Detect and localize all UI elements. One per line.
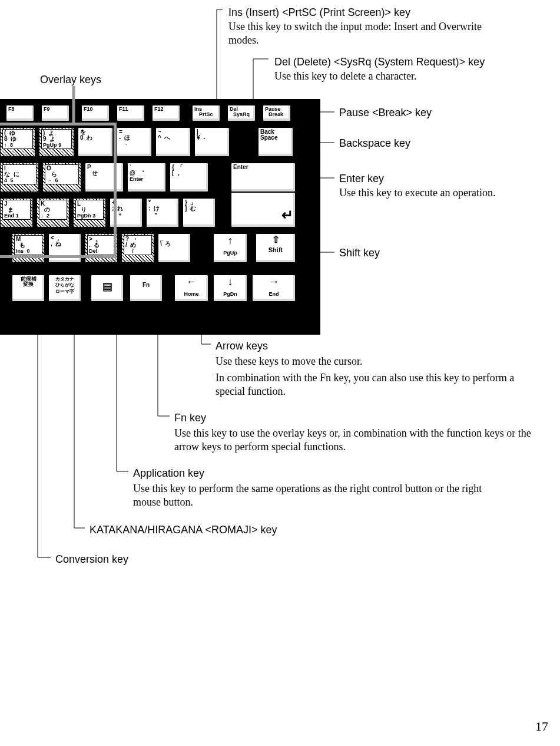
key-arrow-left: ←Home <box>174 275 208 302</box>
key-backspace: BackSpace <box>258 127 293 157</box>
ins-title: Ins (Insert) <PrtSC (Print Screen)> key <box>228 6 410 19</box>
arrow-desc2: In combination with the Fn key, you can … <box>216 371 545 398</box>
key-kana: カタカナひらがなローマ字 <box>48 275 81 302</box>
key-conversion: 前候補変換 <box>12 275 45 302</box>
fn-desc: Use this key to use the overlay keys or,… <box>174 427 534 453</box>
key-arrow-right: →End <box>252 275 296 302</box>
key-slash: ? ・/ め / <box>121 233 154 263</box>
key-lbracket: { 「[ 。 <box>170 163 208 192</box>
key-l: L りPgDn 3 <box>73 198 106 227</box>
key-fn: Fn <box>130 275 163 302</box>
key-m: M もIns 0 <box>12 233 45 263</box>
shift-title: Shift key <box>339 246 380 260</box>
key-f12: F12 <box>152 105 180 121</box>
key-f9: F9 <box>41 105 69 121</box>
del-desc: Use this key to delete a character. <box>274 70 416 83</box>
enter-desc: Use this key to execute an operation. <box>339 186 495 200</box>
arrow-desc1: Use these keys to move the cursor. <box>216 355 362 368</box>
key-j: J まEnd 1 <box>0 198 33 227</box>
app-title: Application key <box>133 467 204 480</box>
key-f8: F8 <box>6 105 34 121</box>
key-rbracket: } 」] む <box>183 198 216 227</box>
key-semi: +; れ + <box>110 198 143 227</box>
key-comma: < 、, ね <box>48 233 81 263</box>
key-8: ( ゆ8 ゆ↑ 8 <box>0 127 35 157</box>
overlay-label: Overlay keys <box>40 73 101 87</box>
ins-desc: Use this key to switch the input mode: I… <box>228 20 482 47</box>
key-backslash: _\ ろ <box>158 233 191 263</box>
key-del: DelSysRq <box>227 105 256 121</box>
fn-title: Fn key <box>174 411 206 425</box>
key-f11: F11 <box>117 105 145 121</box>
key-k: K の↓ 2 <box>37 198 69 227</box>
key-at: `@ ゛Enter <box>127 163 166 192</box>
back-title: Backspace key <box>339 137 410 150</box>
key-0: を0 わ <box>78 127 113 157</box>
del-title: Del (Delete) <SysRq (System Request)> ke… <box>274 55 485 69</box>
app-desc: Use this key to perform the same operati… <box>133 482 486 509</box>
key-minus: =- ほ - <box>117 127 152 157</box>
enter-title: Enter key <box>339 172 384 186</box>
page-number: 17 <box>535 718 548 735</box>
key-period: > 。. るDel <box>85 233 118 263</box>
key-p: P せ <box>85 163 124 192</box>
key-application: ▤ <box>91 275 124 302</box>
pause-title: Pause <Break> key <box>339 106 432 120</box>
key-arrow-up: ↑PgUp <box>213 233 247 263</box>
key-colon: *: け * <box>146 198 179 227</box>
keyboard-diagram: F8 F9 F10 F11 F12 InsPrtSc DelSysRq Paus… <box>0 99 320 335</box>
key-f10: F10 <box>81 105 110 121</box>
key-pause: PauseBreak <box>263 105 291 121</box>
arrow-title: Arrow keys <box>216 339 268 353</box>
key-ins: InsPrtSc <box>192 105 220 121</box>
key-9: ) よ9 よPgUp 9 <box>39 127 74 157</box>
key-arrow-down: ↓PgDn <box>213 275 247 302</box>
conv-title: Conversion key <box>55 553 128 566</box>
key-o: O ら→ 6 <box>42 163 81 192</box>
key-shift: ⇧Shift <box>256 233 296 263</box>
key-enter-top: Enter <box>231 163 296 192</box>
key-i: Iな に4 5 <box>0 163 39 192</box>
kana-title: KATAKANA/HIRAGANA <ROMAJI> key <box>90 523 277 537</box>
key-tilde: ~^ へ <box>155 127 191 157</box>
key-yen: |¥ - <box>194 127 230 157</box>
key-enter-bot: ↵ <box>231 192 296 227</box>
